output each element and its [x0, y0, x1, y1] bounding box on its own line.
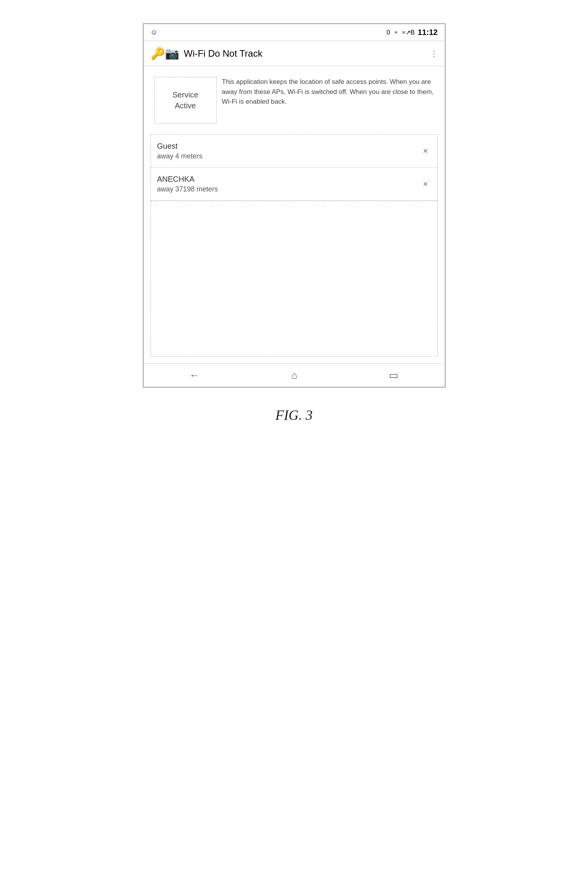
- ap-distance: away 4 meters: [157, 152, 203, 160]
- recents-button[interactable]: ▭: [389, 369, 399, 381]
- ap-distance: away 37198 meters: [157, 185, 218, 193]
- status-bar: ☺ 0 ⚬ ≈↗B 11:12: [144, 24, 445, 41]
- info-description: This application keeps the location of s…: [222, 77, 434, 123]
- ap-list-empty-area: [151, 201, 437, 356]
- phone-frame: ☺ 0 ⚬ ≈↗B 11:12 🔑📷 Wi-Fi Do Not Track ⋮ …: [143, 23, 446, 388]
- ap-info: ANECHKA away 37198 meters: [157, 175, 218, 193]
- nav-bar: ← ⌂ ▭: [144, 363, 445, 387]
- service-status-box: Service Active: [154, 77, 217, 123]
- ap-list: Guest away 4 meters × ANECHKA away 37198…: [151, 134, 438, 357]
- app-title: Wi-Fi Do Not Track: [184, 48, 263, 59]
- ap-name: ANECHKA: [157, 175, 218, 184]
- ap-info: Guest away 4 meters: [157, 142, 203, 160]
- status-icons: 0 ⚬ ≈↗B 11:12: [387, 28, 437, 37]
- service-status-text: Service Active: [172, 89, 198, 111]
- ap-remove-button[interactable]: ×: [420, 144, 431, 158]
- ap-remove-button[interactable]: ×: [420, 177, 431, 191]
- overflow-menu-icon[interactable]: ⋮: [430, 49, 438, 58]
- content-area: Service Active This application keeps th…: [144, 66, 445, 363]
- home-button[interactable]: ⌂: [291, 369, 297, 381]
- figure-label: FIG. 3: [276, 407, 313, 423]
- status-time: 11:12: [418, 28, 437, 37]
- app-bar: 🔑📷 Wi-Fi Do Not Track ⋮: [144, 41, 445, 66]
- info-section: Service Active This application keeps th…: [151, 73, 438, 127]
- ap-item: Guest away 4 meters ×: [151, 135, 437, 168]
- battery-notification-icons: 0 ⚬ ≈↗B: [387, 29, 415, 36]
- status-left-icon: ☺: [151, 28, 158, 37]
- ap-item: ANECHKA away 37198 meters ×: [151, 168, 437, 201]
- ap-name: Guest: [157, 142, 203, 151]
- app-bar-left: 🔑📷 Wi-Fi Do Not Track: [151, 47, 263, 60]
- back-button[interactable]: ←: [189, 369, 199, 381]
- page-wrapper: ☺ 0 ⚬ ≈↗B 11:12 🔑📷 Wi-Fi Do Not Track ⋮ …: [0, 0, 588, 880]
- app-icon: 🔑📷: [151, 47, 179, 60]
